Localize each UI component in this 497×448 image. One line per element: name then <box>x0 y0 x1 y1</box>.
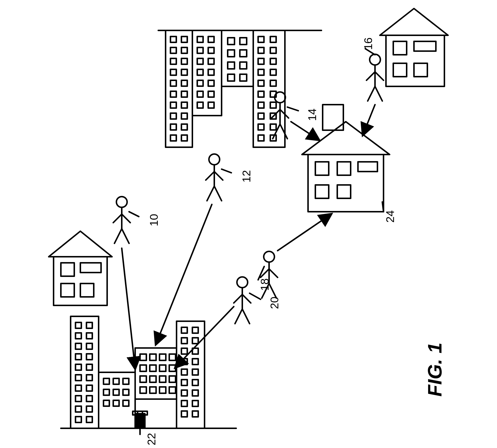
svg-rect-104 <box>123 378 129 384</box>
label-14: 14 <box>306 109 319 121</box>
svg-line-179 <box>366 72 375 80</box>
svg-rect-120 <box>140 365 146 371</box>
figure-caption: FIG. 1 <box>424 343 446 397</box>
svg-rect-129 <box>150 387 156 393</box>
svg-rect-5 <box>80 284 94 297</box>
svg-rect-20 <box>170 69 176 75</box>
svg-rect-137 <box>182 348 187 354</box>
svg-rect-83 <box>76 333 81 339</box>
svg-rect-158 <box>337 185 351 198</box>
svg-rect-123 <box>169 365 176 371</box>
svg-rect-16 <box>170 48 176 53</box>
svg-rect-10 <box>393 63 407 77</box>
svg-line-182 <box>375 86 382 101</box>
svg-rect-28 <box>170 113 176 119</box>
svg-rect-118 <box>160 354 166 360</box>
svg-rect-52 <box>228 50 234 57</box>
svg-rect-17 <box>182 48 187 53</box>
svg-rect-117 <box>150 354 156 360</box>
svg-rect-84 <box>86 333 92 339</box>
svg-rect-99 <box>76 416 81 422</box>
person-16 <box>366 54 383 101</box>
svg-line-162 <box>122 214 130 223</box>
svg-rect-23 <box>182 80 187 86</box>
svg-rect-57 <box>240 74 247 81</box>
svg-rect-86 <box>86 343 92 349</box>
svg-rect-143 <box>182 380 187 385</box>
svg-rect-154 <box>315 162 329 175</box>
svg-rect-69 <box>258 91 264 97</box>
svg-rect-156 <box>358 162 378 172</box>
person-20 <box>234 277 251 324</box>
svg-rect-40 <box>208 58 214 64</box>
svg-rect-146 <box>192 390 198 396</box>
svg-rect-47 <box>197 102 203 108</box>
svg-rect-27 <box>182 102 187 108</box>
svg-rect-61 <box>258 48 264 53</box>
svg-rect-95 <box>76 396 81 401</box>
city-bottom <box>61 316 236 428</box>
svg-rect-66 <box>270 69 276 75</box>
svg-line-169 <box>207 186 214 201</box>
svg-rect-71 <box>258 102 264 108</box>
svg-rect-87 <box>76 354 81 360</box>
svg-rect-42 <box>208 69 214 75</box>
svg-rect-3 <box>80 263 101 272</box>
svg-rect-155 <box>337 162 351 175</box>
svg-line-206 <box>249 293 261 299</box>
svg-rect-11 <box>414 63 427 77</box>
svg-rect-36 <box>208 36 214 42</box>
city-top <box>158 31 321 147</box>
svg-rect-131 <box>169 387 176 393</box>
svg-rect-130 <box>160 387 166 393</box>
svg-line-191 <box>234 294 242 303</box>
svg-rect-48 <box>208 102 214 108</box>
svg-line-205 <box>258 267 264 280</box>
svg-rect-107 <box>123 389 129 395</box>
person-10 <box>113 197 130 243</box>
svg-rect-54 <box>228 62 234 69</box>
svg-rect-75 <box>258 124 264 130</box>
svg-rect-65 <box>258 69 264 75</box>
svg-rect-125 <box>150 376 156 382</box>
svg-rect-110 <box>123 400 129 406</box>
svg-rect-90 <box>86 364 92 370</box>
svg-line-193 <box>235 309 242 324</box>
svg-rect-55 <box>240 62 247 69</box>
svg-rect-119 <box>169 354 176 360</box>
svg-point-165 <box>209 154 220 165</box>
house-top-right <box>380 9 448 86</box>
svg-rect-53 <box>240 50 247 57</box>
svg-rect-135 <box>182 338 187 344</box>
svg-rect-44 <box>208 80 214 86</box>
svg-rect-46 <box>208 91 214 97</box>
svg-marker-0 <box>49 231 112 257</box>
svg-rect-4 <box>61 284 74 297</box>
svg-rect-43 <box>197 80 203 86</box>
svg-rect-9 <box>414 41 436 51</box>
svg-rect-41 <box>197 69 203 75</box>
svg-rect-124 <box>140 376 146 382</box>
svg-rect-62 <box>270 48 276 53</box>
svg-rect-64 <box>270 58 276 64</box>
svg-rect-49 <box>222 31 253 86</box>
svg-rect-128 <box>140 387 146 393</box>
svg-rect-63 <box>258 58 264 64</box>
label-16: 16 <box>362 37 375 50</box>
svg-rect-100 <box>86 416 92 422</box>
svg-rect-82 <box>86 322 92 328</box>
svg-line-202 <box>222 169 231 173</box>
svg-rect-93 <box>76 385 81 391</box>
svg-point-183 <box>264 251 274 262</box>
svg-line-176 <box>280 124 287 139</box>
svg-rect-29 <box>182 113 187 119</box>
svg-line-180 <box>375 72 383 80</box>
svg-rect-72 <box>270 102 276 108</box>
svg-rect-126 <box>160 376 166 382</box>
label-20: 20 <box>268 297 281 309</box>
svg-rect-15 <box>182 36 187 42</box>
svg-line-168 <box>214 172 223 180</box>
svg-rect-106 <box>113 389 119 395</box>
svg-rect-98 <box>86 406 92 412</box>
svg-rect-85 <box>76 343 81 349</box>
